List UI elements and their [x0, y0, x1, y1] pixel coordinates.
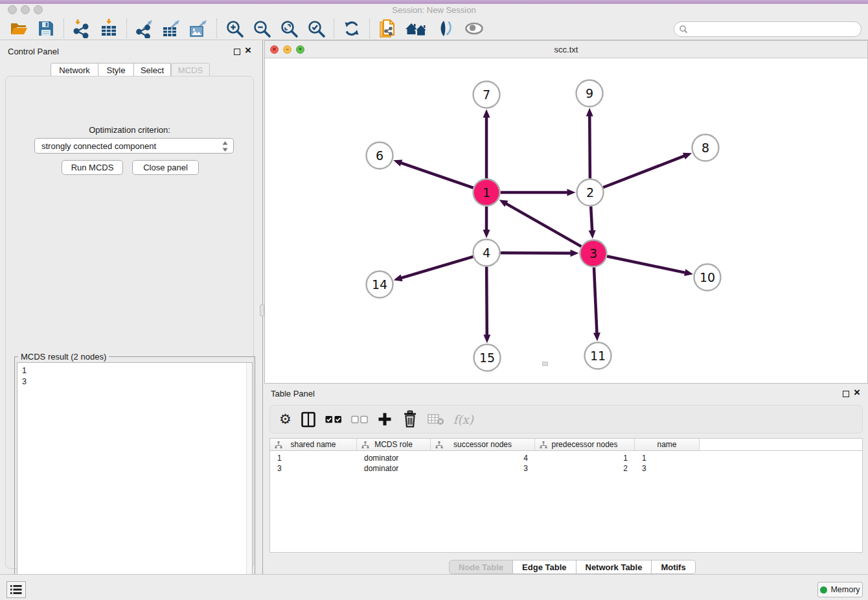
column-type-icon	[361, 441, 369, 448]
close-table-panel-icon[interactable]: ×	[854, 389, 860, 396]
table-row[interactable]: 3 dominator 3 2 3	[270, 463, 862, 474]
optimization-criterion-label: Optimization criterion:	[6, 125, 253, 135]
tab-mcds[interactable]: MCDS	[171, 63, 210, 77]
edge-4-15[interactable]	[486, 266, 487, 336]
tab-select[interactable]: Select	[134, 63, 171, 77]
table-toolbar: ⚙	[269, 405, 863, 433]
edge-3-10[interactable]	[607, 256, 686, 273]
run-mcds-button[interactable]: Run MCDS	[62, 160, 123, 175]
export-network-icon[interactable]	[135, 19, 154, 38]
node-label-10: 10	[700, 270, 715, 284]
tab-edge-table[interactable]: Edge Table	[513, 560, 576, 574]
edge-2-3[interactable]	[591, 206, 592, 231]
node-table: shared name MCDS role successor nodes	[269, 438, 863, 553]
tab-style[interactable]: Style	[98, 63, 134, 77]
canvas-resize-handle[interactable]	[542, 362, 548, 366]
tab-network-table[interactable]: Network Table	[577, 560, 652, 574]
refresh-icon[interactable]	[342, 19, 361, 38]
edge-3-11[interactable]	[594, 267, 597, 334]
home-icon[interactable]	[405, 19, 428, 38]
toolbar-separator	[216, 19, 217, 38]
save-session-icon[interactable]	[36, 19, 56, 38]
style-icon[interactable]	[436, 19, 455, 38]
export-table-icon[interactable]	[162, 19, 181, 38]
eye-icon[interactable]	[463, 19, 485, 38]
show-panels-button[interactable]	[6, 581, 26, 598]
show-columns-icon[interactable]	[301, 411, 316, 428]
memory-button[interactable]: Memory	[817, 582, 863, 597]
tab-node-table[interactable]: Node Table	[449, 560, 513, 574]
edge-arrowhead	[483, 334, 490, 343]
search-icon	[679, 25, 688, 34]
edge-arrowhead	[393, 159, 402, 166]
edge-arrowhead	[483, 230, 490, 238]
export-image-icon[interactable]	[189, 19, 209, 38]
edge-3-1[interactable]	[505, 203, 581, 247]
tab-motifs[interactable]: Motifs	[652, 560, 695, 574]
search-input[interactable]	[688, 23, 861, 35]
import-table-icon[interactable]	[99, 19, 119, 38]
edge-1-6[interactable]	[400, 163, 474, 188]
close-panel-icon[interactable]: ×	[245, 47, 251, 54]
splitter-handle[interactable]	[260, 305, 264, 316]
edge-4-3[interactable]	[500, 253, 571, 253]
node-label-7: 7	[483, 87, 490, 102]
search-field[interactable]	[674, 21, 862, 37]
close-panel-button[interactable]: Close panel	[132, 160, 199, 175]
zoom-out-icon[interactable]	[252, 19, 271, 38]
network-window-titlebar: × − + scc.txt	[265, 41, 867, 58]
float-panel-icon[interactable]	[234, 49, 240, 55]
network-view-window: × − + scc.txt 7968124314101511	[264, 40, 868, 384]
window-title: Session: New Session	[0, 5, 868, 15]
edge-2-9[interactable]	[589, 115, 590, 178]
select-all-columns-icon[interactable]	[325, 415, 342, 424]
deselect-all-columns-icon[interactable]	[351, 415, 368, 424]
column-type-icon	[275, 441, 282, 448]
node-label-2: 2	[586, 185, 594, 200]
column-header-name[interactable]: name	[635, 439, 700, 450]
zoom-in-icon[interactable]	[225, 19, 244, 38]
tab-network[interactable]: Network	[51, 63, 98, 77]
edge-arrowhead	[394, 275, 403, 282]
network-canvas[interactable]: 7968124314101511	[265, 58, 867, 383]
node-label-15: 15	[479, 351, 495, 365]
edge-arrowhead	[483, 110, 490, 118]
mcds-result-group: MCDS result (2 nodes) 1 3	[14, 356, 255, 600]
mcds-result-line: 3	[22, 376, 252, 387]
column-header-mcds-role[interactable]: MCDS role	[357, 439, 431, 450]
network-window-title: scc.txt	[265, 45, 867, 54]
edge-arrowhead	[570, 249, 578, 257]
edge-arrowhead	[589, 230, 596, 238]
titlebar: Session: New Session	[0, 4, 868, 17]
column-header-predecessor-nodes[interactable]: predecessor nodes	[535, 439, 635, 450]
mcds-result-title: MCDS result (2 nodes)	[18, 352, 109, 362]
column-header-successor-nodes[interactable]: successor nodes	[431, 439, 535, 450]
network-from-file-icon[interactable]	[378, 19, 397, 38]
panel-splitter[interactable]	[259, 40, 264, 574]
table-settings-icon[interactable]: ⚙	[279, 411, 291, 427]
mcds-result-scrollbar[interactable]	[246, 363, 252, 598]
table-panel: Table Panel × ⚙	[264, 384, 868, 574]
node-label-11: 11	[590, 349, 606, 363]
table-row[interactable]: 1 dominator 4 1 1	[270, 453, 862, 463]
list-icon	[10, 584, 22, 595]
optimization-select[interactable]: strongly connected component	[34, 138, 234, 154]
function-builder-icon: f(x)	[453, 413, 474, 426]
delete-column-icon[interactable]	[402, 410, 418, 428]
zoom-selected-icon[interactable]	[306, 19, 326, 38]
edge-4-14[interactable]	[400, 257, 473, 278]
control-panel-title: Control Panel	[8, 47, 59, 56]
column-header-shared-name[interactable]: shared name	[270, 439, 357, 450]
import-network-icon[interactable]	[72, 19, 91, 38]
float-table-panel-icon[interactable]	[843, 391, 849, 397]
control-panel: Control Panel × Network Style Select MCD…	[0, 40, 259, 574]
toolbar-separator	[369, 19, 370, 38]
edge-arrowhead	[683, 153, 692, 159]
zoom-fit-icon[interactable]	[279, 19, 299, 38]
mcds-result-text[interactable]: 1 3	[17, 362, 253, 599]
open-session-icon[interactable]	[9, 19, 29, 38]
edge-2-8[interactable]	[603, 156, 685, 187]
add-column-icon[interactable]	[377, 411, 393, 427]
optimization-select-value: strongly connected component	[41, 141, 156, 151]
toolbar-separator	[63, 19, 64, 38]
